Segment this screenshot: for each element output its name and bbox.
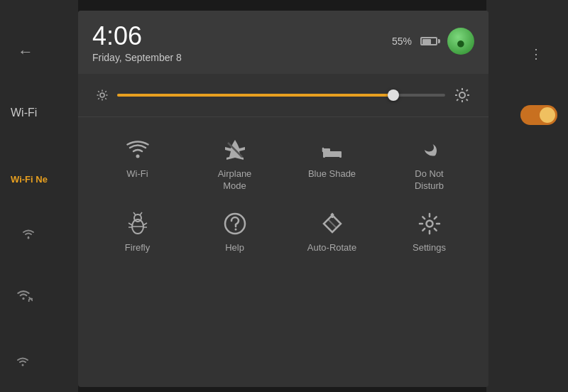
slider-fill (117, 94, 396, 97)
wifi-qs-label: Wi-Fi (126, 168, 148, 180)
help-qs-label: Help (225, 242, 244, 254)
slider-thumb (388, 89, 399, 101)
sidebar-wifi-icon-2 (14, 288, 33, 302)
qs-row-2: Firefly Help (89, 205, 478, 260)
time-display: 4:06 (92, 23, 182, 49)
qs-help[interactable]: Help (196, 205, 274, 260)
svg-point-41 (426, 220, 432, 227)
battery-tip (438, 39, 440, 43)
svg-line-21 (457, 99, 458, 101)
time-section: 4:06 Friday, September 8 (92, 23, 182, 63)
sidebar-wifi-icon-3 (14, 355, 31, 368)
svg-line-33 (129, 223, 132, 225)
qs-blueshade[interactable]: Blue Shade (293, 131, 371, 198)
left-sidebar (0, 0, 78, 392)
right-sidebar (486, 0, 568, 392)
quick-settings-grid: Wi-Fi Airplane Mode (78, 117, 488, 278)
svg-point-14 (459, 92, 465, 98)
settings-qs-icon (418, 211, 441, 236)
svg-point-30 (134, 214, 141, 222)
wifi-toggle[interactable] (520, 105, 557, 125)
brightness-slider[interactable] (117, 94, 445, 97)
svg-line-18 (466, 99, 468, 101)
wifi-qs-icon (126, 137, 149, 163)
svg-point-4 (22, 364, 24, 366)
svg-line-9 (105, 98, 106, 99)
sidebar-wifi-icon-1 (20, 227, 37, 240)
settings-qs-label: Settings (413, 242, 446, 254)
qs-donotdisturb[interactable]: Do Not Disturb (390, 131, 469, 198)
more-options-icon[interactable]: ⋮ (530, 46, 543, 62)
brightness-section (78, 74, 488, 117)
svg-line-12 (98, 98, 99, 99)
svg-point-5 (100, 93, 104, 97)
brightness-low-icon (96, 89, 109, 102)
svg-rect-28 (339, 154, 342, 158)
airplane-qs-icon (224, 137, 246, 163)
back-button[interactable]: ← (18, 43, 33, 61)
qs-settings[interactable]: Settings (390, 205, 469, 260)
firefly-qs-label: Firefly (125, 242, 150, 254)
panel-header: 4:06 Friday, September 8 55% ● (78, 11, 488, 74)
avatar-icon: ● (456, 34, 465, 53)
quick-settings-panel: 4:06 Friday, September 8 55% ● (78, 11, 488, 387)
status-section: 55% ● (392, 28, 474, 55)
help-qs-icon (224, 211, 246, 236)
svg-rect-27 (323, 154, 325, 158)
battery-percent: 55% (392, 36, 412, 47)
svg-point-23 (136, 155, 139, 158)
brightness-high-icon (454, 87, 471, 104)
qs-row-1: Wi-Fi Airplane Mode (89, 131, 478, 198)
svg-point-39 (234, 228, 236, 230)
svg-line-40 (328, 219, 337, 228)
svg-point-0 (28, 237, 30, 239)
sidebar-wifi-network: Wi-Fi Ne (11, 174, 48, 185)
svg-line-22 (466, 89, 468, 91)
firefly-qs-icon (126, 211, 149, 236)
battery-fill (422, 39, 431, 45)
svg-line-35 (143, 223, 147, 225)
svg-rect-26 (323, 148, 330, 153)
svg-point-1 (22, 298, 24, 300)
qs-firefly[interactable]: Firefly (99, 205, 177, 260)
battery-body (420, 37, 437, 45)
donotdisturb-qs-icon (418, 137, 441, 163)
avatar[interactable]: ● (447, 28, 474, 55)
qs-airplane[interactable]: Airplane Mode (196, 131, 274, 198)
sidebar-wifi-label: Wi-Fi (11, 107, 37, 119)
date-display: Friday, September 8 (92, 52, 182, 63)
svg-line-8 (98, 91, 99, 92)
airplane-qs-label: Airplane Mode (218, 168, 252, 192)
qs-wifi[interactable]: Wi-Fi (99, 131, 177, 198)
toggle-knob (540, 107, 555, 123)
donotdisturb-qs-label: Do Not Disturb (415, 168, 444, 192)
svg-line-32 (140, 212, 142, 215)
battery-icon (420, 37, 440, 45)
svg-line-17 (457, 89, 458, 91)
autorotate-qs-label: Auto-Rotate (307, 242, 356, 254)
blueshade-qs-label: Blue Shade (308, 168, 356, 180)
autorotate-qs-icon (321, 211, 344, 236)
svg-line-31 (133, 212, 136, 215)
svg-line-13 (105, 91, 106, 92)
blueshade-qs-icon (321, 137, 344, 163)
qs-autorotate[interactable]: Auto-Rotate (293, 205, 371, 260)
